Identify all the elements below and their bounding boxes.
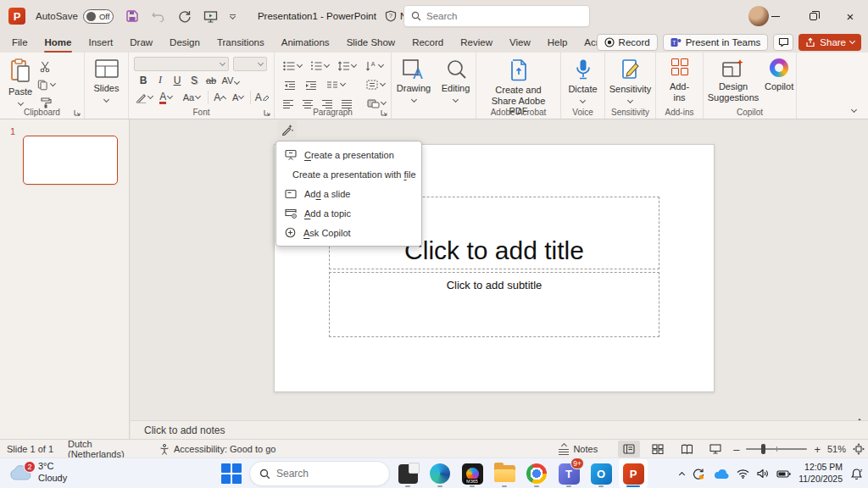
underline-button[interactable]: U (170, 75, 185, 86)
weather-widget[interactable]: 2 3°C Cloudy (8, 461, 67, 485)
numbering-button[interactable] (309, 58, 331, 74)
design-suggestions-button[interactable]: Design Suggestions (707, 56, 760, 103)
outlook-taskbar-icon[interactable]: O (587, 459, 615, 488)
tab-home[interactable]: Home (36, 32, 81, 53)
tab-review[interactable]: Review (452, 32, 501, 53)
bold-button[interactable]: B (136, 75, 151, 86)
tray-chevron-up-icon[interactable] (679, 471, 685, 477)
tab-file[interactable]: File (3, 32, 36, 53)
slide-count-status[interactable]: Slide 1 of 1 (7, 444, 68, 454)
subtitle-placeholder[interactable]: Click to add subtitle (329, 272, 659, 337)
copilot-button[interactable]: Copilot (760, 56, 798, 92)
decrease-font-size-button[interactable]: A (230, 90, 247, 105)
font-name-combobox[interactable] (134, 57, 229, 71)
increase-indent-button[interactable] (303, 77, 319, 92)
notes-pane[interactable]: Click to add notes (131, 420, 868, 439)
powerpoint-app-icon[interactable]: P (8, 8, 25, 25)
restore-button[interactable] (795, 0, 831, 32)
minimize-button[interactable] (758, 0, 793, 32)
tab-record[interactable]: Record (403, 32, 452, 53)
paragraph-dialog-launcher[interactable] (381, 109, 387, 116)
task-view-button[interactable] (393, 459, 422, 488)
sensitivity-button[interactable]: Sensitivity (609, 56, 652, 103)
battery-icon[interactable] (776, 469, 791, 479)
dictate-button[interactable]: Dictate (565, 56, 601, 103)
text-shadow-button[interactable]: S (186, 75, 202, 86)
taskbar-search-input[interactable] (276, 468, 370, 480)
zoom-in-button[interactable]: + (814, 443, 821, 456)
increase-font-size-button[interactable]: A (212, 90, 229, 105)
change-case-button[interactable]: Aa (179, 90, 203, 105)
font-size-combobox[interactable] (233, 57, 267, 71)
zoom-out-button[interactable]: – (733, 443, 739, 456)
normal-view-button[interactable] (618, 441, 640, 458)
wifi-icon[interactable] (737, 469, 749, 479)
tab-view[interactable]: View (501, 32, 539, 53)
tab-transitions[interactable]: Transitions (209, 32, 273, 53)
character-spacing-button[interactable]: AV (220, 75, 241, 86)
reading-view-button[interactable] (676, 441, 698, 458)
tab-insert[interactable]: Insert (80, 32, 121, 53)
sort-text-button[interactable]: A (363, 58, 385, 74)
m365-copilot-taskbar-icon[interactable]: M365 (458, 459, 487, 488)
tab-design[interactable]: Design (161, 32, 209, 53)
undo-button[interactable] (151, 10, 166, 22)
accessibility-status[interactable]: Accessibility: Good to go (159, 444, 286, 455)
redo-button[interactable] (178, 9, 192, 23)
save-button[interactable] (125, 9, 139, 23)
update-sync-icon[interactable] (692, 468, 705, 480)
clear-formatting-button[interactable]: A (253, 90, 270, 105)
powerpoint-taskbar-icon[interactable]: P (619, 459, 648, 488)
language-status[interactable]: Dutch (Netherlands) (68, 439, 159, 459)
share-button[interactable]: Share (798, 34, 861, 51)
edge-taskbar-icon[interactable] (426, 459, 454, 488)
copy-button[interactable] (37, 77, 54, 92)
font-dialog-launcher[interactable] (264, 109, 270, 116)
bullets-button[interactable] (281, 58, 303, 74)
paste-button[interactable]: Paste (3, 56, 37, 105)
tab-animations[interactable]: Animations (273, 32, 338, 53)
slide-thumbnail-1[interactable] (23, 136, 118, 185)
close-button[interactable]: × (832, 0, 868, 32)
start-slideshow-button[interactable] (203, 10, 218, 23)
zoom-level[interactable]: 51% (827, 444, 846, 454)
titlebar-search-box[interactable] (403, 5, 590, 27)
clipboard-dialog-launcher[interactable] (74, 109, 81, 116)
zoom-slider[interactable] (746, 448, 807, 450)
strikethrough-button[interactable]: ab (203, 75, 219, 86)
comments-button[interactable] (773, 34, 793, 51)
taskbar-search-box[interactable] (249, 461, 390, 486)
menu-item-create-presentation-with-file[interactable]: Create a presentation with file (276, 164, 421, 184)
notes-toggle-button[interactable]: Notes (559, 444, 611, 455)
menu-item-ask-copilot[interactable]: Ask Copilot (276, 223, 421, 242)
slides-button[interactable]: Slides (88, 56, 125, 102)
start-button[interactable] (217, 459, 246, 488)
present-in-teams-button[interactable]: T Present in Teams (663, 34, 769, 51)
slide-sorter-view-button[interactable] (647, 441, 669, 458)
font-color-button[interactable]: A (154, 90, 177, 105)
record-button[interactable]: Record (597, 34, 658, 51)
teams-taskbar-icon[interactable]: T 9+ (554, 459, 583, 488)
drawing-button[interactable]: A Drawing (395, 56, 432, 102)
slideshow-view-button[interactable] (704, 441, 726, 458)
customize-quick-access-button[interactable] (230, 14, 236, 19)
onedrive-icon[interactable] (713, 469, 729, 480)
columns-button[interactable] (324, 77, 348, 92)
decrease-indent-button[interactable] (281, 77, 298, 92)
tab-help[interactable]: Help (539, 32, 576, 53)
file-explorer-taskbar-icon[interactable] (490, 459, 519, 488)
cut-button[interactable] (37, 59, 54, 75)
menu-item-add-topic[interactable]: Add a topic (276, 203, 421, 223)
tab-slide-show[interactable]: Slide Show (338, 32, 404, 53)
search-input[interactable] (426, 11, 562, 21)
chrome-taskbar-icon[interactable] (522, 459, 551, 488)
menu-item-create-presentation[interactable]: Create a presentation (276, 145, 421, 164)
fit-to-window-button[interactable] (853, 443, 865, 455)
italic-button[interactable]: I (153, 74, 168, 86)
collapse-ribbon-button[interactable] (851, 107, 857, 113)
clock-widget[interactable]: 12:05 PM 11/20/2025 (798, 462, 843, 485)
highlight-pen-button[interactable] (136, 90, 153, 105)
autosave-toggle[interactable]: Off (83, 9, 114, 24)
addins-button[interactable]: Add-ins (659, 56, 699, 103)
volume-icon[interactable] (757, 469, 769, 479)
